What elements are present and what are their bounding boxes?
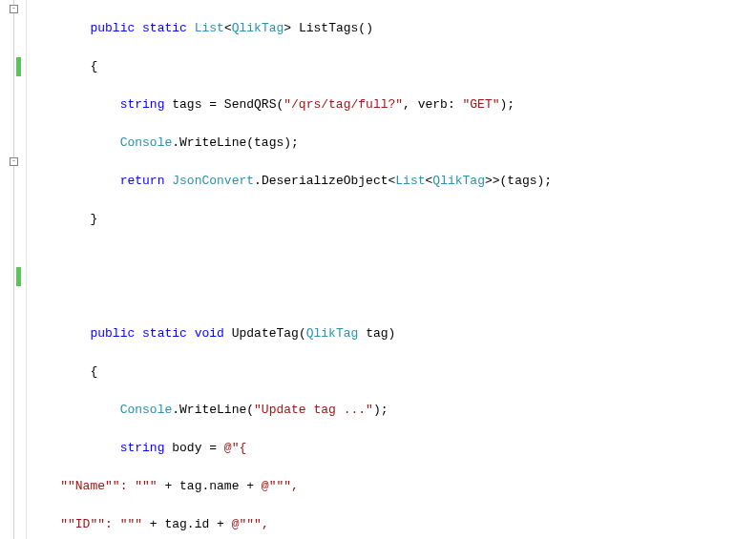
fold-guide-line xyxy=(13,0,14,539)
code-line[interactable]: string tags = SendQRS("/qrs/tag/full?", … xyxy=(31,95,756,114)
type: Console xyxy=(120,403,173,417)
code-line[interactable]: Console.WriteLine("Update tag ..."); xyxy=(31,401,756,420)
brace: { xyxy=(90,364,97,379)
type: QlikTag xyxy=(232,21,284,35)
fold-toggle-icon[interactable]: - xyxy=(10,157,18,166)
code-text: tags = SendQRS( xyxy=(164,97,284,112)
type: QlikTag xyxy=(432,174,485,188)
fold-toggle-icon[interactable]: - xyxy=(10,5,18,13)
string: @""", xyxy=(262,479,299,493)
change-marker xyxy=(16,57,21,76)
code-text: body = xyxy=(164,441,223,455)
code-text: .DeserializeObject< xyxy=(254,174,395,188)
string: "Update tag ..." xyxy=(254,403,373,417)
punct: ); xyxy=(373,403,388,417)
code-text: + tag.name + xyxy=(158,479,262,493)
code-line[interactable] xyxy=(31,248,756,267)
brace: { xyxy=(90,59,97,73)
code-line[interactable]: ""ID"": """ + tag.id + @""", xyxy=(31,515,756,534)
code-line[interactable]: public static List<QlikTag> ListTags() xyxy=(31,19,756,38)
code-line[interactable]: { xyxy=(31,363,756,382)
type: QlikTag xyxy=(306,326,359,341)
code-line[interactable]: return JsonConvert.DeserializeObject<Lis… xyxy=(31,172,756,191)
keyword: public xyxy=(90,326,135,341)
code-area[interactable]: public static List<QlikTag> ListTags() {… xyxy=(27,0,756,539)
code-editor[interactable]: - - public static List<QlikTag> ListTags… xyxy=(0,0,756,539)
keyword: static xyxy=(142,326,187,341)
method-name: UpdateTag( xyxy=(224,326,306,341)
keyword: void xyxy=(195,326,224,341)
code-text: >>(tags); xyxy=(485,174,552,188)
keyword: return xyxy=(120,174,165,188)
punct: ); xyxy=(500,97,515,112)
keyword: string xyxy=(120,97,165,112)
code-line[interactable] xyxy=(31,286,756,305)
keyword: static xyxy=(142,21,187,35)
code-line[interactable]: ""Name"": """ + tag.name + @""", xyxy=(31,477,756,496)
code-text: tag) xyxy=(358,326,395,341)
punct: > xyxy=(284,21,299,35)
gutter: - - xyxy=(0,0,27,539)
string: @"{ xyxy=(224,441,246,455)
punct: < xyxy=(224,21,232,35)
code-text: .WriteLine( xyxy=(172,403,254,417)
string: "GET" xyxy=(463,97,500,112)
code-text: .WriteLine(tags); xyxy=(172,135,299,150)
string: ""Name"": """ xyxy=(60,479,157,493)
string: @""", xyxy=(232,517,269,531)
code-line[interactable]: Console.WriteLine(tags); xyxy=(31,134,756,153)
code-line[interactable]: } xyxy=(31,210,756,229)
type: List xyxy=(395,174,425,188)
keyword: string xyxy=(120,441,165,455)
code-line[interactable]: string body = @"{ xyxy=(31,439,756,458)
code-line[interactable]: { xyxy=(31,57,756,76)
brace: } xyxy=(90,212,97,226)
punct: () xyxy=(358,21,373,35)
code-text: , verb: xyxy=(403,97,462,112)
type: List xyxy=(195,21,224,35)
change-marker xyxy=(16,267,21,286)
keyword: public xyxy=(90,21,135,35)
code-line[interactable]: public static void UpdateTag(QlikTag tag… xyxy=(31,324,756,343)
code-text: + tag.id + xyxy=(142,517,232,531)
type: Console xyxy=(120,135,173,150)
method-name: ListTags xyxy=(299,21,358,35)
string: ""ID"": """ xyxy=(60,517,142,531)
string: "/qrs/tag/full?" xyxy=(284,97,403,112)
type: JsonConvert xyxy=(172,174,254,188)
